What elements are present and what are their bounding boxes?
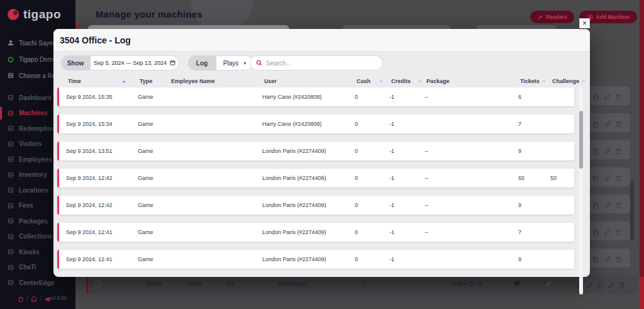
coin-icon: ₩: [514, 280, 519, 287]
tigapo-logo[interactable]: tigapo: [8, 8, 61, 21]
table-header-row: Time ▲ Type Employee Name User Cash ~ Cr…: [53, 77, 590, 88]
copy-icon[interactable]: [592, 146, 599, 157]
column-header-tickets[interactable]: Tickets: [520, 78, 540, 84]
cell-user: Harry Cane (#2420808): [262, 94, 322, 100]
readers-button-label: Readers: [546, 14, 567, 20]
row-accent-bar: [86, 275, 88, 294]
date-range-picker[interactable]: Sep 5, 2024 — Sep 13, 2024: [90, 55, 179, 70]
tigapo-logo-icon: [8, 9, 19, 20]
row-checkbox[interactable]: [95, 281, 101, 287]
edit-icon[interactable]: [604, 227, 611, 239]
wrench-icon[interactable]: [586, 280, 593, 291]
sidebar-item-label: Collections: [19, 233, 53, 240]
sidebar-footer: | | v2.3.00: [0, 293, 75, 304]
copy-icon[interactable]: [592, 119, 599, 130]
edit-icon[interactable]: [604, 92, 611, 103]
copy-icon[interactable]: [592, 200, 599, 211]
table-row[interactable]: Sep 9 2024, 13:51 Game London Paris (#22…: [57, 142, 574, 160]
cell-user: London Paris (#2274409): [262, 256, 326, 262]
table-row[interactable]: Sep 9 2024, 12:42 Game London Paris (#22…: [57, 169, 574, 188]
column-header-package[interactable]: Package: [426, 78, 450, 84]
column-header-employee[interactable]: Employee Name: [171, 78, 215, 84]
edit-icon[interactable]: [604, 173, 611, 184]
sidebar-item-label: Packages: [19, 218, 48, 225]
column-header-challenge[interactable]: Challenge: [552, 78, 579, 84]
nav-icon: [8, 218, 14, 224]
sort-icon[interactable]: ~: [582, 78, 585, 84]
column-header-user[interactable]: User: [264, 78, 277, 84]
delete-icon[interactable]: [615, 227, 622, 239]
cell-tickets: 9: [518, 148, 521, 154]
nav-icon: [8, 233, 14, 240]
copy-icon[interactable]: [597, 280, 604, 291]
cell-cash: 0: [355, 229, 358, 235]
table-row[interactable]: Sep 9 2024, 15:35 Game Harry Cane (#2420…: [57, 87, 574, 106]
cell-user: London Paris (#2274409): [262, 148, 326, 154]
sidebar-item-label: ChaTi: [19, 264, 36, 271]
machine-type-cell: Redemptio...: [278, 281, 310, 287]
column-header-type[interactable]: Type: [140, 78, 152, 84]
sidebar-item-centeredge[interactable]: CenterEdge: [0, 275, 75, 290]
table-row[interactable]: Sep 9 2024, 12:41 Game London Paris (#22…: [57, 250, 574, 269]
delete-icon[interactable]: [615, 200, 622, 211]
close-icon[interactable]: ×: [579, 18, 590, 28]
cell-cash: 0: [355, 202, 358, 208]
machine-location-cell: Office QA IL: [453, 281, 483, 287]
row-accent-bar: [57, 196, 59, 215]
edit-icon[interactable]: [608, 280, 614, 291]
edit-icon[interactable]: [604, 146, 611, 157]
sort-asc-icon[interactable]: ▲: [122, 79, 126, 83]
right-edge-strip: [640, 0, 644, 277]
column-header-time[interactable]: Time: [68, 78, 81, 84]
modal-scrollbar-thumb[interactable]: [579, 111, 583, 169]
search-input[interactable]: [266, 60, 377, 67]
edit-icon[interactable]: [604, 254, 611, 266]
copy-icon[interactable]: [592, 92, 599, 103]
edit-icon[interactable]: [604, 119, 611, 130]
delete-icon[interactable]: [615, 92, 622, 103]
nav-icon: [8, 187, 14, 193]
sort-icon[interactable]: ~: [418, 78, 421, 84]
log-toggle-label: Log: [196, 60, 208, 67]
plays-dropdown[interactable]: Plays ▾: [216, 55, 253, 70]
column-header-credits[interactable]: Credits: [391, 78, 411, 84]
sort-icon[interactable]: ~: [379, 78, 382, 84]
sidebar-item-label: Inventory: [19, 171, 47, 178]
nav-icon: [8, 203, 14, 209]
delete-icon[interactable]: [615, 254, 622, 266]
nav-icon: [8, 279, 14, 286]
sidebar-item-label: Redemption: [19, 125, 55, 132]
column-header-cash[interactable]: Cash: [357, 78, 370, 84]
store-icon[interactable]: [18, 294, 24, 305]
delete-icon[interactable]: [615, 146, 622, 157]
machine-qty-cell: 1: [362, 281, 365, 287]
bell-icon[interactable]: [31, 294, 37, 305]
delete-icon[interactable]: [615, 173, 622, 184]
tigapo-logo-text: tigapo: [23, 8, 61, 21]
date-range-value: Sep 5, 2024 — Sep 13, 2024: [94, 60, 167, 66]
right-edge-strip-bottom: [640, 277, 644, 309]
log-toggle[interactable]: Log: [188, 55, 216, 70]
cell-cash: 0: [355, 175, 358, 181]
show-button[interactable]: Show: [61, 55, 90, 70]
delete-icon[interactable]: [618, 280, 625, 291]
sidebar-item-label: Employees: [19, 156, 52, 163]
cell-tickets: 9: [518, 202, 521, 208]
copy-icon[interactable]: [592, 173, 599, 184]
table-row[interactable]: Sep 9 2024, 12:42 Game London Paris (#22…: [57, 196, 574, 215]
page-scrollbar-thumb[interactable]: [630, 181, 634, 240]
edit-icon[interactable]: [604, 200, 611, 211]
delete-icon[interactable]: [615, 119, 622, 130]
footer-divider: |: [26, 295, 28, 301]
table-row[interactable]: Sep 9 2024, 12:41 Game London Paris (#22…: [57, 223, 574, 242]
cell-cash: 0: [355, 148, 358, 154]
cell-credits: -1: [389, 202, 394, 208]
copy-icon[interactable]: [592, 254, 599, 266]
app-screenshot: Manage your machines Readers Add Machine: [0, 0, 644, 309]
table-row[interactable]: Sep 9 2024, 15:34 Game Harry Cane (#2420…: [57, 115, 574, 133]
copy-icon[interactable]: [592, 227, 599, 239]
modal-header: [53, 29, 590, 52]
sort-icon[interactable]: ~: [542, 78, 545, 84]
sidebar-item-label: CenterEdge: [19, 279, 54, 286]
readers-button[interactable]: Readers: [530, 11, 574, 23]
